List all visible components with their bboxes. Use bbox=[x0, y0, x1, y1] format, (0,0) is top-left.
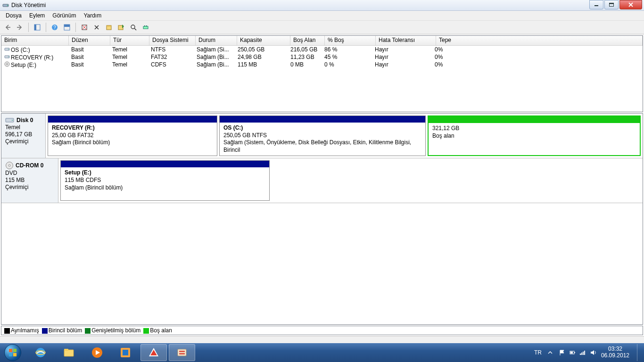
volume-pct: 86 % bbox=[322, 46, 372, 53]
tray-icons bbox=[559, 349, 596, 356]
volume-overhead: 0% bbox=[432, 46, 643, 53]
partition-container: RECOVERY (R:)25,00 GB FAT32Sağlam (Birin… bbox=[46, 114, 643, 158]
disk-row: CD-ROM 0DVD115 MBÇevrimiçiSetup (E:)115 … bbox=[1, 158, 643, 203]
col-type[interactable]: Tür bbox=[110, 36, 149, 45]
svg-rect-48 bbox=[570, 352, 573, 354]
volume-status: Sağlam (Bi... bbox=[194, 61, 235, 68]
legend-extended: Genişletilmiş bölüm bbox=[85, 327, 140, 334]
col-pct-free[interactable]: % Boş bbox=[325, 36, 376, 45]
disk-row: Disk 0Temel596,17 GBÇevrimiçiRECOVERY (R… bbox=[1, 114, 643, 158]
partition[interactable]: OS (C:)250,05 GB NTFSSağlam (Sistem, Öny… bbox=[219, 115, 426, 156]
partition-container: Setup (E:)115 MB CDFSSağlam (Birincil bö… bbox=[58, 158, 643, 203]
volume-fs: NTFS bbox=[148, 46, 194, 53]
volume-name: RECOVERY (R:) bbox=[11, 54, 53, 61]
view-top-button[interactable] bbox=[61, 22, 73, 33]
volume-fs: FAT32 bbox=[148, 54, 194, 60]
taskbar-ie[interactable] bbox=[27, 344, 54, 361]
menubar: Dosya Eylem Görünüm Yardım bbox=[0, 11, 644, 20]
volume-list-body[interactable]: OS (C:)BasitTemelNTFSSağlam (Si...250,05… bbox=[1, 46, 643, 112]
legend: Ayrılmamış Birincil bölüm Genişletilmiş … bbox=[1, 326, 643, 335]
svg-rect-4 bbox=[610, 3, 614, 4]
start-button[interactable] bbox=[0, 343, 25, 362]
svg-rect-44 bbox=[179, 351, 185, 352]
partition-title: Setup (E:) bbox=[65, 169, 265, 177]
svg-rect-6 bbox=[34, 25, 36, 30]
disk-label[interactable]: Disk 0Temel596,17 GBÇevrimiçi bbox=[1, 114, 46, 158]
properties-button[interactable] bbox=[103, 22, 115, 33]
disk-type: Temel bbox=[5, 124, 41, 131]
maximize-button[interactable] bbox=[604, 0, 619, 9]
partition-title: RECOVERY (R:) bbox=[52, 124, 213, 132]
tray-clock[interactable]: 03:32 06.09.2012 bbox=[601, 346, 629, 359]
svg-text:?: ? bbox=[53, 25, 56, 30]
svg-rect-36 bbox=[64, 349, 68, 351]
tray-chevron-up-icon[interactable] bbox=[546, 349, 554, 356]
volume-status: Sağlam (Bi... bbox=[194, 54, 235, 60]
taskbar: TR 03:32 06.09.2012 bbox=[0, 343, 644, 362]
power-icon[interactable] bbox=[569, 349, 576, 356]
drive-icon bbox=[4, 54, 11, 59]
col-volume[interactable]: Birim bbox=[1, 36, 69, 45]
drive-icon bbox=[4, 46, 11, 52]
help-button[interactable]: ? bbox=[49, 22, 60, 33]
menu-file[interactable]: Dosya bbox=[2, 11, 25, 20]
taskbar-media-player[interactable] bbox=[84, 344, 110, 361]
volume-capacity: 115 MB bbox=[235, 61, 288, 68]
action-button[interactable] bbox=[116, 22, 127, 33]
tray-date: 06.09.2012 bbox=[601, 353, 629, 359]
settings-button[interactable] bbox=[140, 22, 151, 33]
forward-button[interactable] bbox=[14, 22, 25, 33]
volume-row[interactable]: OS (C:)BasitTemelNTFSSağlam (Si...250,05… bbox=[1, 46, 643, 53]
volume-status: Sağlam (Si... bbox=[194, 46, 235, 53]
col-capacity[interactable]: Kapasite bbox=[237, 36, 290, 45]
menu-action[interactable]: Eylem bbox=[25, 11, 49, 20]
taskbar-app-2[interactable] bbox=[140, 344, 167, 361]
legend-free: Boş alan bbox=[143, 327, 172, 334]
network-icon[interactable] bbox=[579, 349, 586, 356]
delete-button[interactable] bbox=[91, 22, 102, 33]
volume-capacity: 24,98 GB bbox=[235, 54, 288, 60]
cd-icon bbox=[5, 161, 14, 170]
close-button[interactable] bbox=[619, 0, 642, 9]
svg-point-28 bbox=[8, 165, 10, 166]
disk-label[interactable]: CD-ROM 0DVD115 MBÇevrimiçi bbox=[1, 158, 58, 203]
free-space[interactable]: 321,12 GBBoş alan bbox=[428, 115, 641, 156]
minimize-button[interactable] bbox=[589, 0, 603, 9]
volume-row[interactable]: Setup (E:)BasitTemelCDFSSağlam (Bi...115… bbox=[1, 61, 643, 68]
volume-overhead: 0% bbox=[432, 61, 643, 68]
menu-help[interactable]: Yardım bbox=[80, 11, 105, 20]
col-layout[interactable]: Düzen bbox=[69, 36, 110, 45]
col-overhead[interactable]: Tepe bbox=[436, 36, 643, 45]
col-status[interactable]: Durum bbox=[196, 36, 237, 45]
taskbar-explorer[interactable] bbox=[56, 344, 82, 361]
taskbar-apps bbox=[27, 343, 195, 362]
system-tray: TR 03:32 06.09.2012 bbox=[534, 344, 644, 361]
volume-row[interactable]: RECOVERY (R:)BasitTemelFAT32Sağlam (Bi..… bbox=[1, 53, 643, 61]
col-free[interactable]: Boş Alan bbox=[290, 36, 325, 45]
volume-icon[interactable] bbox=[590, 349, 596, 356]
partition[interactable]: RECOVERY (R:)25,00 GB FAT32Sağlam (Birin… bbox=[48, 115, 217, 156]
volume-type: Temel bbox=[109, 61, 148, 68]
rescan-disks-button[interactable] bbox=[128, 22, 139, 33]
show-hide-console-tree-button[interactable] bbox=[32, 22, 43, 33]
partition[interactable]: Setup (E:)115 MB CDFSSağlam (Birincil bö… bbox=[60, 160, 270, 201]
disk-size: 115 MB bbox=[5, 177, 54, 184]
taskbar-disk-mgmt[interactable] bbox=[169, 344, 195, 361]
volume-free: 0 MB bbox=[288, 61, 322, 68]
menu-view[interactable]: Görünüm bbox=[49, 11, 80, 20]
back-button[interactable] bbox=[2, 22, 13, 33]
volume-list-header: Birim Düzen Tür Dosya Sistemi Durum Kapa… bbox=[1, 36, 643, 46]
taskbar-app-1[interactable] bbox=[112, 344, 139, 361]
svg-point-24 bbox=[7, 63, 8, 65]
disk-status: Çevrimiçi bbox=[5, 138, 41, 145]
col-filesystem[interactable]: Dosya Sistemi bbox=[149, 36, 196, 45]
show-desktop-button[interactable] bbox=[637, 344, 640, 361]
disk-name: Disk 0 bbox=[17, 117, 33, 124]
disk-map: Disk 0Temel596,17 GBÇevrimiçiRECOVERY (R… bbox=[1, 113, 643, 325]
volume-pct: 45 % bbox=[322, 54, 372, 60]
flag-icon[interactable] bbox=[559, 349, 565, 356]
tray-language[interactable]: TR bbox=[534, 349, 542, 356]
refresh-button[interactable] bbox=[79, 22, 90, 33]
col-fault[interactable]: Hata Toleransı bbox=[376, 36, 436, 45]
svg-rect-50 bbox=[581, 353, 582, 355]
